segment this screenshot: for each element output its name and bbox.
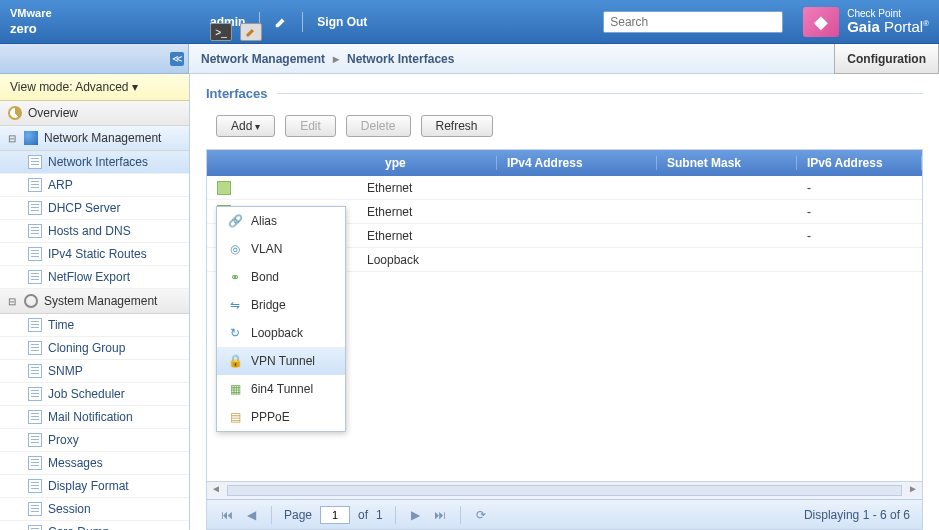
pppoe-icon: ▤ — [227, 409, 243, 425]
gaia-logo: ◆ Check Point Gaia Portal® — [803, 7, 929, 37]
page-icon — [28, 525, 42, 530]
total-pages: 1 — [376, 508, 383, 522]
table-toolbar: Add Edit Delete Refresh — [206, 115, 923, 137]
pager: ⏮ ◀ Page of 1 ▶ ⏭ ⟳ Displaying 1 - 6 of … — [207, 499, 922, 529]
table-row[interactable]: Ethernet - — [207, 176, 922, 200]
nav-item-display-format[interactable]: Display Format — [0, 475, 189, 498]
of-label: of — [358, 508, 368, 522]
nav-group-system[interactable]: ⊟ System Management — [0, 289, 189, 314]
page-input[interactable] — [320, 506, 350, 524]
col-type[interactable]: ype — [357, 156, 497, 170]
view-mode-select[interactable]: Advanced ▾ — [75, 80, 138, 94]
search-box — [603, 11, 783, 33]
chevron-right-icon: ▸ — [333, 52, 339, 66]
nav-item-cloning[interactable]: Cloning Group — [0, 337, 189, 360]
nav-item-arp[interactable]: ARP — [0, 174, 189, 197]
loopback-icon: ↻ — [227, 325, 243, 341]
vlan-icon: ◎ — [227, 241, 243, 257]
bridge-icon: ⇋ — [227, 297, 243, 313]
add-menu-vlan[interactable]: ◎VLAN — [217, 235, 345, 263]
refresh-icon[interactable]: ⟳ — [473, 507, 489, 523]
nav-item-snmp[interactable]: SNMP — [0, 360, 189, 383]
add-menu-6in4[interactable]: ▦6in4 Tunnel — [217, 375, 345, 403]
delete-button[interactable]: Delete — [346, 115, 411, 137]
nav-item-ipv4-routes[interactable]: IPv4 Static Routes — [0, 243, 189, 266]
add-menu-bridge[interactable]: ⇋Bridge — [217, 291, 345, 319]
scratchpad-icon[interactable] — [240, 23, 262, 41]
breadcrumb: Network Management ▸ Network Interfaces — [189, 44, 834, 74]
tree-collapse-icon: ⊟ — [8, 133, 18, 144]
add-menu-bond[interactable]: ⚭Bond — [217, 263, 345, 291]
brand-main: Gaia Portal® — [847, 19, 929, 36]
add-menu-loopback[interactable]: ↻Loopback — [217, 319, 345, 347]
page-icon — [28, 178, 42, 192]
nav-item-session[interactable]: Session — [0, 498, 189, 521]
page-icon — [28, 341, 42, 355]
nav-item-core-dump[interactable]: Core Dump — [0, 521, 189, 530]
page-icon — [28, 433, 42, 447]
top-toolbar: >_ — [210, 23, 262, 41]
checkpoint-icon: ◆ — [803, 7, 839, 37]
col-subnet-mask[interactable]: Subnet Mask — [657, 156, 797, 170]
page-icon — [28, 387, 42, 401]
nav-item-mail[interactable]: Mail Notification — [0, 406, 189, 429]
nav-item-proxy[interactable]: Proxy — [0, 429, 189, 452]
terminal-icon[interactable]: >_ — [210, 23, 232, 41]
nav-group-network[interactable]: ⊟ Network Management — [0, 126, 189, 151]
add-menu-pppoe[interactable]: ▤PPPoE — [217, 403, 345, 431]
vendor-label: VMware — [10, 7, 200, 19]
page-icon — [28, 410, 42, 424]
content: Interfaces Add Edit Delete Refresh Name … — [190, 74, 939, 530]
nav-group-label: System Management — [44, 294, 157, 308]
nav-item-job-scheduler[interactable]: Job Scheduler — [0, 383, 189, 406]
interface-icon — [217, 181, 231, 195]
edit-button[interactable]: Edit — [285, 115, 336, 137]
network-icon — [24, 131, 38, 145]
gear-icon — [24, 294, 38, 308]
section-title: Interfaces — [206, 86, 923, 101]
search-input[interactable] — [603, 11, 783, 33]
edit-user-icon[interactable] — [274, 15, 288, 29]
hostname-label: zero — [10, 21, 200, 36]
nav-item-network-interfaces[interactable]: Network Interfaces — [0, 151, 189, 174]
nav-item-messages[interactable]: Messages — [0, 452, 189, 475]
table-header: Name ype IPv4 Address Subnet Mask IPv6 A… — [207, 150, 922, 176]
nav-item-netflow[interactable]: NetFlow Export — [0, 266, 189, 289]
horizontal-scrollbar[interactable] — [207, 481, 922, 499]
nav-group-label: Network Management — [44, 131, 161, 145]
add-menu-vpn-tunnel[interactable]: 🔒VPN Tunnel — [217, 347, 345, 375]
col-ipv4[interactable]: IPv4 Address — [497, 156, 657, 170]
page-icon — [28, 247, 42, 261]
display-range: Displaying 1 - 6 of 6 — [804, 508, 910, 522]
refresh-button[interactable]: Refresh — [421, 115, 493, 137]
nav-item-hosts-dns[interactable]: Hosts and DNS — [0, 220, 189, 243]
configuration-button[interactable]: Configuration — [834, 44, 939, 74]
add-button[interactable]: Add — [216, 115, 275, 137]
page-icon — [28, 479, 42, 493]
nav-overview-label: Overview — [28, 106, 78, 120]
first-page-icon[interactable]: ⏮ — [219, 507, 235, 523]
col-ipv6[interactable]: IPv6 Address — [797, 156, 922, 170]
sign-out-link[interactable]: Sign Out — [317, 15, 367, 29]
breadcrumb-current: Network Interfaces — [347, 52, 454, 66]
nav-item-dhcp[interactable]: DHCP Server — [0, 197, 189, 220]
prev-page-icon[interactable]: ◀ — [243, 507, 259, 523]
tree-collapse-icon: ⊟ — [8, 296, 18, 307]
nav-overview[interactable]: Overview — [0, 101, 189, 126]
add-menu: 🔗Alias ◎VLAN ⚭Bond ⇋Bridge ↻Loopback 🔒VP… — [216, 206, 346, 432]
page-icon — [28, 270, 42, 284]
breadcrumb-parent[interactable]: Network Management — [201, 52, 325, 66]
last-page-icon[interactable]: ⏭ — [432, 507, 448, 523]
alias-icon: 🔗 — [227, 213, 243, 229]
add-menu-alias[interactable]: 🔗Alias — [217, 207, 345, 235]
nav-item-time[interactable]: Time — [0, 314, 189, 337]
page-icon — [28, 456, 42, 470]
sidebar: View mode: Advanced ▾ Overview ⊟ Network… — [0, 74, 190, 530]
sidebar-collapse[interactable]: ≪ — [0, 44, 189, 74]
header-right: admin Sign Out >_ ◆ Check Point Gaia Por… — [200, 0, 939, 43]
bond-icon: ⚭ — [227, 269, 243, 285]
overview-icon — [8, 106, 22, 120]
6in4-icon: ▦ — [227, 381, 243, 397]
next-page-icon[interactable]: ▶ — [408, 507, 424, 523]
header-left: VMware zero — [0, 0, 200, 43]
